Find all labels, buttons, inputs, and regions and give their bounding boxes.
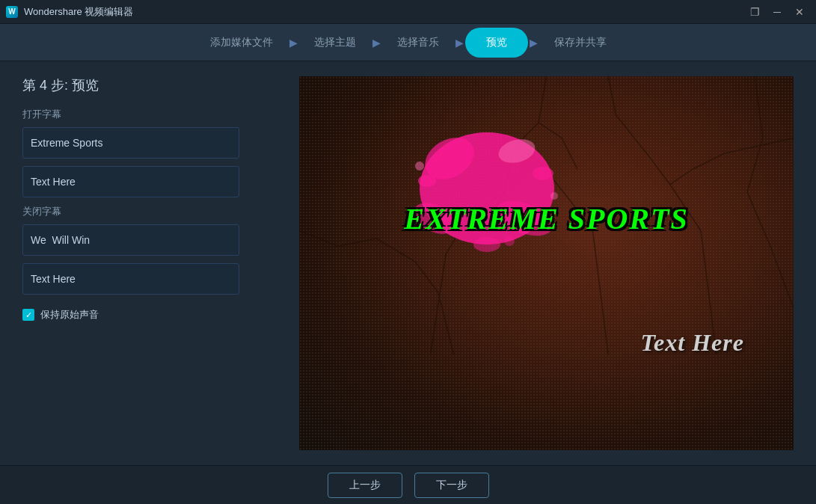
step-title: 第 4 步: 预览	[22, 76, 277, 94]
svg-point-8	[415, 162, 424, 170]
close-caption-input-2[interactable]	[22, 263, 239, 295]
video-container: Extreme Sports Text Here ⏸ ⊟ ⊞	[299, 76, 794, 450]
nav-step-preview-label: 预览	[486, 36, 507, 49]
nav-step-save[interactable]: 保存并共享	[539, 28, 622, 58]
video-frame: Extreme Sports Text Here	[299, 76, 794, 450]
keep-audio-label: 保持原始声音	[40, 308, 99, 322]
close-captions-label: 关闭字幕	[22, 205, 277, 218]
top-navigation: 添加媒体文件 ▶ 选择主题 ▶ 选择音乐 ▶ 预览 ▶ 保存并共享	[0, 24, 816, 61]
nav-arrow-3: ▶	[455, 37, 464, 49]
main-content: 第 4 步: 预览 打开字幕 关闭字幕 ✓ 保持原始声音	[0, 61, 816, 465]
titlebar-left: W Wondershare 视频编辑器	[6, 5, 133, 19]
restore-button[interactable]: ❐	[744, 4, 765, 20]
video-subtitle-text: Text Here	[640, 329, 743, 357]
minimize-button[interactable]: ─	[767, 4, 788, 20]
app-title: Wondershare 视频编辑器	[24, 5, 133, 19]
left-panel: 第 4 步: 预览 打开字幕 关闭字幕 ✓ 保持原始声音	[22, 76, 277, 450]
nav-step-music-label: 选择音乐	[397, 36, 439, 49]
nav-step-add-media[interactable]: 添加媒体文件	[195, 28, 288, 58]
nav-step-theme-label: 选择主题	[314, 36, 356, 49]
nav-arrow-4: ▶	[530, 37, 538, 49]
nav-step-add-media-label: 添加媒体文件	[210, 36, 273, 49]
svg-point-9	[550, 192, 558, 200]
prev-button[interactable]: 上一步	[328, 473, 402, 498]
next-button[interactable]: 下一步	[414, 473, 489, 498]
close-button[interactable]: ✕	[789, 4, 810, 20]
open-caption-input-1[interactable]	[22, 127, 239, 159]
nav-step-theme[interactable]: 选择主题	[299, 28, 371, 58]
svg-point-5	[418, 175, 436, 187]
nav-step-music[interactable]: 选择音乐	[382, 28, 454, 58]
video-title-text: Extreme Sports	[404, 201, 688, 236]
app-logo: W	[6, 6, 18, 18]
nav-arrow-1: ▶	[289, 37, 298, 49]
svg-point-10	[504, 236, 515, 246]
titlebar-controls: ❐ ─ ✕	[744, 4, 810, 20]
nav-step-preview[interactable]: 预览	[465, 28, 528, 58]
titlebar: W Wondershare 视频编辑器 ❐ ─ ✕	[0, 0, 816, 24]
keep-audio-checkbox[interactable]: ✓	[22, 309, 34, 321]
bottom-bar: 上一步 下一步	[0, 465, 816, 504]
svg-point-6	[533, 167, 553, 180]
keep-audio-row: ✓ 保持原始声音	[22, 308, 277, 322]
nav-arrow-2: ▶	[372, 37, 381, 49]
open-caption-input-2[interactable]	[22, 166, 239, 197]
open-captions-label: 打开字幕	[22, 108, 277, 121]
nav-step-save-label: 保存并共享	[554, 36, 607, 49]
close-caption-input-1[interactable]	[22, 224, 239, 256]
right-panel: Extreme Sports Text Here ⏸ ⊟ ⊞	[299, 76, 794, 450]
svg-point-7	[473, 237, 500, 252]
